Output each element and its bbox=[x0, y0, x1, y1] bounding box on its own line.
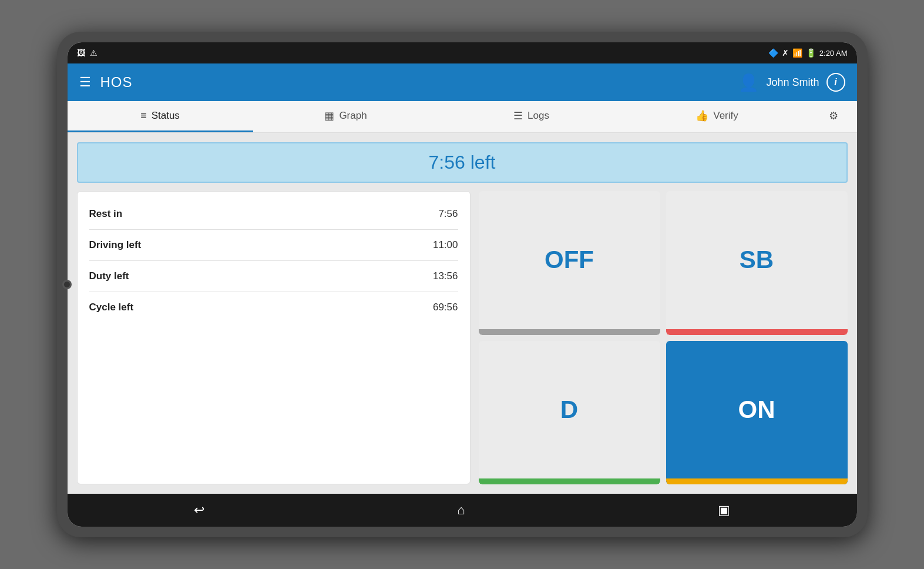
d-button-label: D bbox=[479, 341, 660, 479]
settings-tab-icon: ⚙ bbox=[829, 109, 838, 122]
rest-value: 7:56 bbox=[438, 208, 458, 220]
on-button[interactable]: ON bbox=[666, 341, 848, 485]
tabs-bar: ≡ Status ▦ Graph ☰ Logs 👍 Verify ⚙ bbox=[68, 101, 857, 133]
status-row-duty: Duty left 13:56 bbox=[89, 261, 458, 292]
off-button-label: OFF bbox=[479, 191, 660, 329]
header-right: 👤 John Smith i bbox=[738, 73, 845, 92]
tab-settings[interactable]: ⚙ bbox=[810, 101, 857, 132]
sb-button-label: SB bbox=[666, 191, 848, 329]
user-name: John Smith bbox=[766, 76, 819, 89]
logs-tab-label: Logs bbox=[527, 110, 549, 122]
home-button[interactable]: ⌂ bbox=[439, 498, 482, 523]
sb-button[interactable]: SB bbox=[666, 191, 848, 335]
time-banner: 7:56 left bbox=[77, 142, 848, 183]
app-title: HOS bbox=[100, 74, 133, 91]
status-bar: 🖼 ⚠ 🔷 ✗ 📶 🔋 2:20 AM bbox=[68, 42, 857, 63]
recent-button[interactable]: ▣ bbox=[700, 498, 748, 523]
d-button-bar bbox=[479, 478, 660, 484]
header-left: ☰ HOS bbox=[79, 74, 133, 91]
info-button[interactable]: i bbox=[826, 73, 845, 92]
tablet-screen: 🖼 ⚠ 🔷 ✗ 📶 🔋 2:20 AM ☰ HOS 👤 John Smith i bbox=[68, 42, 857, 527]
image-icon: 🖼 bbox=[77, 48, 85, 58]
battery-icon: 🔋 bbox=[806, 48, 816, 58]
driving-value: 11:00 bbox=[433, 239, 458, 251]
cycle-label: Cycle left bbox=[89, 302, 134, 313]
graph-tab-icon: ▦ bbox=[324, 109, 334, 122]
duty-buttons-grid: OFF SB D ON bbox=[479, 191, 848, 484]
nav-bar: ↩ ⌂ ▣ bbox=[68, 494, 857, 527]
off-button[interactable]: OFF bbox=[479, 191, 660, 335]
d-button[interactable]: D bbox=[479, 341, 660, 485]
tab-graph[interactable]: ▦ Graph bbox=[253, 101, 439, 132]
menu-icon[interactable]: ☰ bbox=[79, 75, 91, 90]
status-row-driving: Driving left 11:00 bbox=[89, 230, 458, 261]
status-bar-left: 🖼 ⚠ bbox=[77, 48, 98, 58]
status-table: Rest in 7:56 Driving left 11:00 Duty lef… bbox=[77, 191, 471, 484]
back-button[interactable]: ↩ bbox=[176, 498, 222, 523]
tab-verify[interactable]: 👍 Verify bbox=[624, 101, 810, 132]
duty-label: Duty left bbox=[89, 270, 129, 282]
off-button-bar bbox=[479, 329, 660, 335]
duty-value: 13:56 bbox=[433, 270, 458, 282]
tablet-shell: 🖼 ⚠ 🔷 ✗ 📶 🔋 2:20 AM ☰ HOS 👤 John Smith i bbox=[57, 32, 868, 537]
tab-logs[interactable]: ☰ Logs bbox=[439, 101, 624, 132]
status-time: 2:20 AM bbox=[819, 49, 848, 58]
bluetooth-icon: 🔷 bbox=[768, 48, 778, 58]
on-button-bar bbox=[666, 478, 848, 484]
app-header: ☰ HOS 👤 John Smith i bbox=[68, 63, 857, 101]
status-tab-icon: ≡ bbox=[140, 110, 147, 122]
sb-button-bar bbox=[666, 329, 848, 335]
rest-label: Rest in bbox=[89, 208, 123, 220]
graph-tab-label: Graph bbox=[339, 110, 367, 122]
bottom-section: Rest in 7:56 Driving left 11:00 Duty lef… bbox=[77, 191, 848, 484]
wifi-icon: 📶 bbox=[792, 48, 802, 58]
verify-tab-icon: 👍 bbox=[695, 109, 708, 122]
verify-tab-label: Verify bbox=[713, 110, 738, 122]
time-banner-text: 7:56 left bbox=[429, 152, 496, 173]
main-content: 7:56 left Rest in 7:56 Driving left 11:0… bbox=[68, 133, 857, 494]
status-row-rest: Rest in 7:56 bbox=[89, 199, 458, 230]
status-row-cycle: Cycle left 69:56 bbox=[89, 292, 458, 323]
warning-icon: ⚠ bbox=[90, 48, 98, 58]
status-tab-label: Status bbox=[152, 110, 180, 122]
user-avatar-icon: 👤 bbox=[738, 73, 759, 92]
on-button-label: ON bbox=[666, 341, 848, 479]
tab-status[interactable]: ≡ Status bbox=[68, 101, 253, 132]
cycle-value: 69:56 bbox=[433, 302, 458, 313]
status-bar-right: 🔷 ✗ 📶 🔋 2:20 AM bbox=[768, 48, 848, 58]
logs-tab-icon: ☰ bbox=[513, 109, 523, 122]
driving-label: Driving left bbox=[89, 239, 142, 251]
signal-icon: ✗ bbox=[782, 48, 789, 58]
